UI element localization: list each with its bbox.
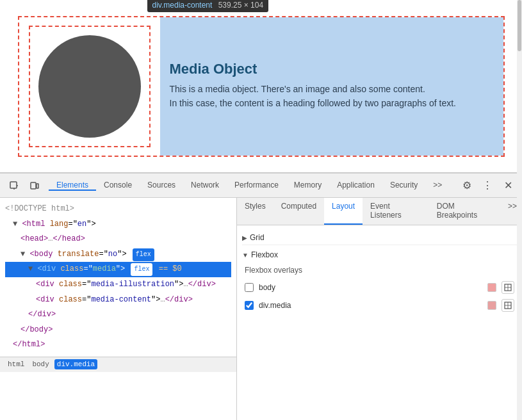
flexbox-section-label: Flexbox xyxy=(251,250,278,259)
div-media-tag[interactable]: ▼ <div class="media"> flex == $0 xyxy=(5,262,231,277)
tab-sources[interactable]: Sources xyxy=(140,181,183,191)
device-toolbar-button[interactable] xyxy=(26,177,44,195)
div-media-color-swatch[interactable] xyxy=(487,301,496,310)
tab-console[interactable]: Console xyxy=(96,181,140,191)
more-options-button[interactable]: ⋮ xyxy=(478,177,496,195)
svg-rect-0 xyxy=(10,182,17,188)
html-tag[interactable]: ▼ <html lang="en"> xyxy=(5,217,231,232)
div-close-tag: </div> xyxy=(5,307,231,323)
inspect-element-button[interactable] xyxy=(5,177,23,195)
flexbox-arrow-icon xyxy=(242,252,249,259)
body-overlay-label: body xyxy=(259,283,482,292)
tab-computed[interactable]: Computed xyxy=(273,198,324,225)
tab-memory[interactable]: Memory xyxy=(286,181,329,191)
tab-event-listeners[interactable]: Event Listeners xyxy=(363,198,429,225)
elements-panel: <!DOCTYPE html> ▼ <html lang="en"> <head… xyxy=(0,198,237,420)
grid-section: Grid xyxy=(242,230,517,245)
styles-panel: Styles Computed Layout Event Listeners D… xyxy=(237,198,522,420)
doctype-text: <!DOCTYPE html> xyxy=(5,204,74,213)
flexbox-section: Flexbox Flexbox overlays body xyxy=(242,248,517,314)
layout-content: Grid Flexbox Flexbox overlays body xyxy=(237,225,522,420)
overlay-row-div-media: div.media xyxy=(242,296,517,314)
grid-section-header[interactable]: Grid xyxy=(242,230,517,245)
media-circle xyxy=(38,35,141,138)
breadcrumb-div-media[interactable]: div.media xyxy=(54,359,97,369)
flexbox-section-header[interactable]: Flexbox xyxy=(242,248,517,262)
global-scroll-thumb[interactable] xyxy=(518,0,521,51)
body-overlay-icon-button[interactable] xyxy=(502,281,514,294)
settings-button[interactable]: ⚙ xyxy=(458,177,476,195)
body-tag[interactable]: ▼ <body translate="no"> flex xyxy=(5,247,231,262)
media-text-1: This is a media object. There's an image… xyxy=(170,84,494,94)
tab-security[interactable]: Security xyxy=(382,181,425,191)
tooltip-classname: div.media-content xyxy=(152,1,213,10)
tab-layout[interactable]: Layout xyxy=(324,198,363,225)
element-tooltip: div.media-content 539.25 × 104 xyxy=(147,0,269,12)
body-overlay-checkbox[interactable] xyxy=(245,283,254,292)
close-devtools-button[interactable]: ✕ xyxy=(499,177,517,195)
head-tag[interactable]: <head>…</head> xyxy=(5,232,231,247)
breadcrumb-body[interactable]: body xyxy=(29,359,51,369)
media-content: Media Object This is a media object. The… xyxy=(160,17,503,156)
tab-styles[interactable]: Styles xyxy=(237,198,273,225)
overlay-row-body: body xyxy=(242,279,517,296)
tab-performance[interactable]: Performance xyxy=(227,181,286,191)
body-close-tag: </body> xyxy=(5,323,231,338)
tab-dom-breakpoints[interactable]: DOM Breakpoints xyxy=(429,198,503,225)
media-illustration-tag[interactable]: <div class="media-illustration">…</div> xyxy=(5,277,231,293)
preview-area: div.media-content 539.25 × 104 Media Obj… xyxy=(0,0,522,173)
flex-badge: flex xyxy=(131,263,152,276)
breadcrumb-html[interactable]: html xyxy=(5,359,27,369)
tab-elements[interactable]: Elements xyxy=(49,181,96,191)
global-scrollbar[interactable] xyxy=(517,0,522,420)
preview-content: div.media-content 539.25 × 104 Media Obj… xyxy=(18,16,505,157)
div-media-overlay-label: div.media xyxy=(259,301,482,310)
media-illustration xyxy=(29,26,151,147)
html-close-tag: </html> xyxy=(5,337,231,353)
html-tree: <!DOCTYPE html> ▼ <html lang="en"> <head… xyxy=(0,198,236,357)
flexbox-overlays-title: Flexbox overlays xyxy=(242,262,517,279)
grid-section-label: Grid xyxy=(250,233,265,242)
dollar-eq: == $0 xyxy=(159,264,182,273)
devtools-body: <!DOCTYPE html> ▼ <html lang="en"> <head… xyxy=(0,198,522,420)
div-media-toggle: ▼ xyxy=(28,264,37,273)
devtools-panel: Elements Console Sources Network Perform… xyxy=(0,173,522,420)
svg-rect-3 xyxy=(31,182,36,189)
svg-rect-4 xyxy=(37,184,38,188)
translate-badge: flex xyxy=(133,248,154,261)
html-toggle: ▼ xyxy=(13,220,22,229)
body-toggle: ▼ xyxy=(20,250,29,259)
devtools-main-tabs: Elements Console Sources Network Perform… xyxy=(49,181,458,191)
tab-more[interactable]: >> xyxy=(425,181,450,191)
toolbar-icons xyxy=(5,177,44,195)
grid-arrow-icon xyxy=(242,234,247,241)
devtools-toolbar: Elements Console Sources Network Perform… xyxy=(0,174,522,198)
media-heading: Media Object xyxy=(170,61,494,77)
styles-tabs: Styles Computed Layout Event Listeners D… xyxy=(237,198,522,225)
tab-application[interactable]: Application xyxy=(329,181,382,191)
tooltip-dimensions: 539.25 × 104 xyxy=(218,1,263,10)
media-text-2: In this case, the content is a heading f… xyxy=(170,98,494,108)
toolbar-right-buttons: ⚙ ⋮ ✕ xyxy=(458,177,517,195)
html-doctype: <!DOCTYPE html> xyxy=(5,202,231,217)
tab-network[interactable]: Network xyxy=(183,181,227,191)
div-media-overlay-icon-button[interactable] xyxy=(502,299,514,312)
body-color-swatch[interactable] xyxy=(487,283,496,292)
div-media-overlay-checkbox[interactable] xyxy=(245,301,254,310)
media-content-tag[interactable]: <div class="media-content">…</div> xyxy=(5,293,231,308)
breadcrumb: html body div.media xyxy=(0,357,236,372)
